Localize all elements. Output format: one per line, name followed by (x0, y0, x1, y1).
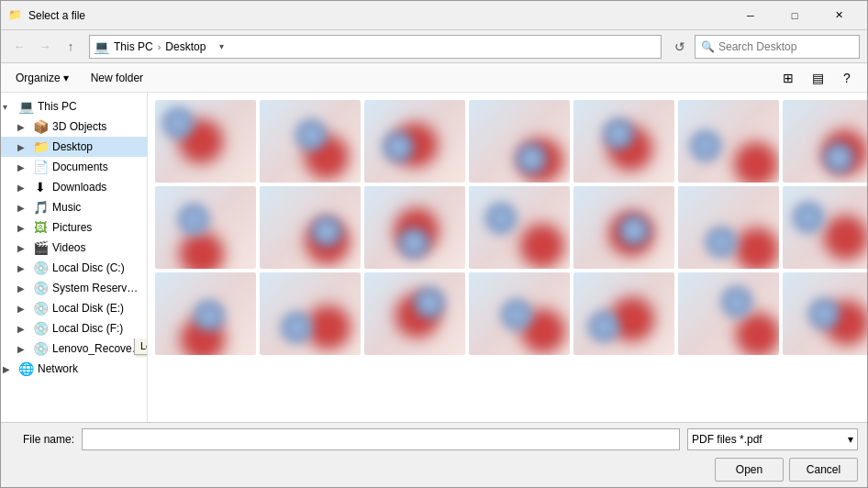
thumb-blob-blue (498, 296, 535, 333)
cancel-button[interactable]: Cancel (789, 458, 858, 482)
organize-bar: Organize ▾ New folder ⊞ ▤ ? (1, 63, 867, 93)
filename-row: File name: PDF files *.pdf ▾ (10, 428, 858, 450)
thumbnail-item[interactable] (155, 100, 256, 183)
thumb-blob-blue (278, 309, 315, 346)
filetype-arrow: ▾ (848, 433, 853, 446)
thumbnail-item[interactable] (573, 272, 674, 355)
sidebar-item-local-c[interactable]: ▶ 💿 Local Disc (C:) (1, 258, 147, 278)
system-reserved-icon: 💿 (32, 281, 49, 295)
thumbnail-item[interactable] (678, 186, 779, 269)
thumbnail-item[interactable] (678, 272, 779, 355)
expand-arrow: ▾ (3, 102, 17, 112)
sidebar-item-this-pc[interactable]: ▾ 💻 This PC (1, 96, 147, 116)
title-bar: 📁 Select a file ─ □ ✕ (1, 1, 867, 30)
filename-label: File name: (10, 433, 74, 446)
expand-arrow: ▶ (17, 263, 32, 273)
expand-arrow: ▶ (3, 364, 17, 374)
thumb-blob-red (515, 218, 570, 269)
documents-icon: 📄 (32, 160, 49, 174)
thumb-blob-blue (308, 213, 345, 250)
thumbnail-item[interactable] (155, 186, 256, 269)
view-controls: ⊞ ▤ ? (775, 66, 860, 90)
thumb-blob-blue (600, 116, 637, 152)
nav-toolbar: ← → ↑ 💻 This PC › Desktop ▾ ↺ 🔍 (1, 30, 867, 63)
expand-arrow: ▶ (17, 162, 32, 172)
thumbnail-item[interactable] (364, 272, 465, 355)
thumbnail-item[interactable] (364, 100, 465, 183)
thumb-blob-blue (616, 212, 652, 249)
maximize-button[interactable]: □ (773, 1, 816, 30)
address-expand-button[interactable]: ▾ (212, 38, 230, 56)
thumbnail-item[interactable] (469, 186, 570, 269)
forward-button[interactable]: → (34, 36, 56, 58)
expand-arrow: ▶ (17, 283, 32, 294)
thumbnail-item[interactable] (364, 186, 465, 269)
thumbnail-item[interactable] (155, 272, 256, 355)
filename-input[interactable] (82, 428, 680, 450)
search-input[interactable] (718, 40, 856, 53)
thumbnail-item[interactable] (573, 100, 674, 183)
videos-label: Videos (52, 241, 85, 254)
thumbnail-item[interactable] (260, 100, 361, 183)
expand-arrow: ▶ (17, 142, 32, 152)
thumb-blob-blue (513, 140, 550, 177)
sidebar-item-music[interactable]: ▶ 🎵 Music (1, 197, 147, 217)
path-this-pc[interactable]: This PC (111, 39, 156, 54)
thumbnail-item[interactable] (783, 100, 867, 183)
dialog-window: 📁 Select a file ─ □ ✕ ← → ↑ 💻 This PC › … (0, 0, 868, 488)
thumbnail-item[interactable] (260, 186, 361, 269)
thumbnail-item[interactable] (469, 100, 570, 183)
sidebar-item-downloads[interactable]: ▶ ⬇ Downloads (1, 177, 147, 197)
thumb-blob-blue (483, 200, 519, 237)
grid-view-button[interactable]: ⊞ (775, 66, 801, 90)
sidebar-item-local-e[interactable]: ▶ 💿 Local Disk (E:) (1, 298, 147, 318)
sidebar-item-pictures[interactable]: ▶ 🖼 Pictures (1, 217, 147, 238)
thumbnail-item[interactable] (783, 186, 867, 269)
file-area[interactable] (148, 93, 867, 422)
thumb-blob-blue (703, 224, 740, 261)
music-label: Music (52, 201, 81, 214)
music-icon: 🎵 (32, 200, 49, 215)
refresh-button[interactable]: ↺ (669, 36, 691, 58)
local-f-icon: 💿 (32, 321, 49, 336)
expand-arrow: ▶ (17, 344, 32, 354)
network-label: Network (38, 362, 78, 375)
new-folder-button[interactable]: New folder (83, 66, 150, 90)
thumb-blob-blue (820, 139, 857, 176)
sidebar-item-lenovo[interactable]: ▶ 💿 Lenovo_Recovery (G:) Lenovo_Recovery… (1, 338, 147, 359)
open-button[interactable]: Open (715, 458, 784, 482)
sidebar-item-documents[interactable]: ▶ 📄 Documents (1, 157, 147, 177)
local-c-label: Local Disc (C:) (52, 261, 125, 274)
thumb-blob-blue (175, 201, 212, 238)
sidebar-item-system-reserved[interactable]: ▶ 💿 System Reserved... (1, 278, 147, 298)
help-button[interactable]: ? (834, 66, 860, 90)
organize-button[interactable]: Organize ▾ (8, 66, 76, 90)
close-button[interactable]: ✕ (818, 1, 860, 30)
thumb-blob-blue (411, 284, 448, 321)
sidebar-item-videos[interactable]: ▶ 🎬 Videos (1, 238, 147, 258)
dialog-title: Select a file (28, 9, 729, 22)
back-button[interactable]: ← (8, 36, 30, 58)
sidebar-item-3d-objects[interactable]: ▶ 📦 3D Objects (1, 116, 147, 137)
this-pc-label: This PC (38, 100, 77, 113)
thumbnail-item[interactable] (783, 272, 867, 355)
list-view-button[interactable]: ▤ (805, 66, 830, 90)
thumb-blob-red (729, 137, 779, 183)
minimize-button[interactable]: ─ (729, 1, 772, 30)
lenovo-icon: 💿 (32, 341, 49, 356)
thumbnail-item[interactable] (573, 186, 674, 269)
thumb-blob-blue (790, 199, 827, 236)
filetype-select[interactable]: PDF files *.pdf ▾ (687, 428, 858, 450)
sidebar-item-local-f[interactable]: ▶ 💿 Local Disc (F:) (1, 318, 147, 338)
expand-arrow: ▶ (17, 183, 32, 193)
thumb-blob-blue (687, 128, 724, 164)
sidebar-item-desktop[interactable]: ▶ 📁 Desktop (1, 137, 147, 157)
videos-icon: 🎬 (32, 240, 49, 255)
thumbnail-item[interactable] (678, 100, 779, 183)
up-button[interactable]: ↑ (60, 36, 82, 58)
thumbnail-item[interactable] (469, 272, 570, 355)
sidebar-item-network[interactable]: ▶ 🌐 Network (1, 359, 147, 379)
thumbnail-item[interactable] (260, 272, 361, 355)
path-desktop[interactable]: Desktop (162, 39, 208, 54)
local-f-label: Local Disc (F:) (52, 322, 123, 335)
